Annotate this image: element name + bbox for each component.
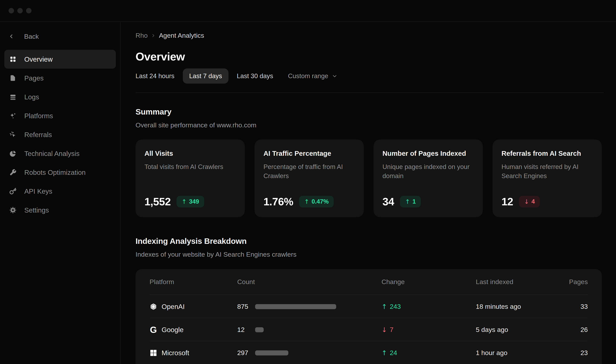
- custom-range-dropdown[interactable]: Custom range: [282, 68, 344, 84]
- column-header-count: Count: [237, 278, 382, 286]
- arrow-up-icon: ↑: [382, 349, 387, 357]
- section-divider: [136, 92, 604, 93]
- openai-logo-icon: [150, 303, 157, 311]
- summary-heading: Summary: [136, 107, 616, 117]
- table-row[interactable]: Microsoft 297 ↑ 24 1 hour ago 23: [136, 341, 602, 364]
- pie-chart-icon: [9, 150, 16, 157]
- tab-last-7-days[interactable]: Last 7 days: [183, 68, 229, 84]
- chevron-down-icon: [332, 73, 338, 79]
- column-header-pages: Pages: [561, 278, 588, 286]
- summary-subheading: Overall site performance of www.rho.com: [136, 121, 616, 129]
- count-bar: [255, 304, 336, 309]
- google-logo-icon: G: [150, 326, 157, 334]
- card-title: All Visits: [144, 150, 236, 157]
- card-title: Referrals from AI Search: [501, 150, 593, 157]
- breadcrumb-current[interactable]: Agent Analytics: [159, 32, 204, 39]
- change-value: ↓ 7: [382, 326, 476, 334]
- sidebar-item-label: Robots Optimization: [24, 169, 86, 176]
- last-indexed-value: 1 hour ago: [476, 349, 561, 357]
- count-value: 875: [237, 303, 255, 310]
- pages-value: 33: [561, 303, 588, 310]
- sidebar-item-pages[interactable]: Pages: [4, 69, 116, 88]
- table-header-row: Platform Count Change Last indexed Pages: [136, 269, 602, 295]
- sidebar-item-referrals[interactable]: Referrals: [4, 125, 116, 144]
- table-row[interactable]: G Google 12 ↓ 7 5 days ago 26: [136, 318, 602, 341]
- last-indexed-value: 18 minutes ago: [476, 303, 561, 310]
- arrow-up-icon: ↑: [382, 303, 387, 311]
- logs-icon: [9, 93, 16, 101]
- arrow-up-icon: ↑: [405, 198, 410, 205]
- chevron-left-icon: [8, 33, 14, 39]
- key-icon: [9, 188, 16, 195]
- delta-badge: ↑ 349: [177, 196, 204, 208]
- sidebar-item-label: API Keys: [24, 187, 52, 195]
- click-burst-icon: [9, 131, 16, 138]
- card-description: Unique pages indexed on your domain: [383, 162, 474, 181]
- indexing-table-panel: Platform Count Change Last indexed Pages: [136, 269, 602, 364]
- card-title: Number of Pages Indexed: [383, 150, 474, 157]
- back-label: Back: [24, 33, 39, 40]
- sidebar: Back Overview Pages Logs Platforms: [0, 22, 121, 364]
- sidebar-item-api-keys[interactable]: API Keys: [4, 182, 116, 201]
- summary-cards: All Visits Total visits from AI Crawlers…: [136, 139, 616, 217]
- breadcrumb: Rho Agent Analytics: [136, 32, 616, 39]
- arrow-down-icon: ↓: [382, 326, 387, 334]
- document-icon: [9, 75, 16, 82]
- pages-value: 23: [561, 349, 588, 357]
- delta-badge: ↓ 4: [519, 196, 540, 208]
- card-value: 12: [501, 195, 513, 208]
- change-value: ↑ 24: [382, 349, 476, 357]
- microsoft-logo-icon: [150, 349, 157, 357]
- sidebar-item-label: Overview: [24, 55, 53, 63]
- window-control-dot[interactable]: [9, 8, 14, 13]
- column-header-platform: Platform: [150, 278, 237, 286]
- tab-last-24-hours[interactable]: Last 24 hours: [136, 68, 181, 84]
- delta-badge: ↑ 0.47%: [299, 196, 334, 208]
- arrow-down-icon: ↓: [524, 198, 529, 205]
- table-row[interactable]: OpenAI 875 ↑ 243 18 minutes ago 33: [136, 295, 602, 318]
- stat-card-ai-traffic-percentage: AI Traffic Percentage Percentage of traf…: [255, 139, 364, 217]
- indexing-subheading: Indexes of your website by AI Search Eng…: [136, 250, 616, 258]
- count-bar: [255, 327, 264, 332]
- card-value: 1,552: [144, 195, 171, 208]
- stat-card-referrals-ai-search: Referrals from AI Search Human visits re…: [492, 139, 602, 217]
- column-header-last-indexed: Last indexed: [476, 278, 561, 286]
- platform-name: Google: [162, 326, 184, 334]
- delta-badge: ↑ 1: [400, 196, 421, 208]
- breadcrumb-root[interactable]: Rho: [136, 32, 148, 39]
- sparkles-icon: [9, 112, 16, 119]
- back-button[interactable]: Back: [0, 29, 120, 43]
- sidebar-item-settings[interactable]: Settings: [4, 201, 116, 220]
- sidebar-item-label: Logs: [24, 93, 39, 101]
- sidebar-item-technical-analysis[interactable]: Technical Analysis: [4, 144, 116, 163]
- delta-value: 1: [412, 198, 416, 205]
- sidebar-item-label: Pages: [24, 74, 44, 82]
- window-titlebar: [0, 0, 616, 22]
- count-value: 297: [237, 349, 255, 357]
- window-control-dot[interactable]: [26, 8, 31, 13]
- card-value: 34: [383, 195, 394, 208]
- wrench-icon: [9, 169, 16, 176]
- change-value: ↑ 243: [382, 303, 476, 311]
- column-header-change: Change: [382, 278, 476, 286]
- stat-card-all-visits: All Visits Total visits from AI Crawlers…: [136, 139, 245, 217]
- indexing-heading: Indexing Analysis Breakdown: [136, 237, 616, 246]
- sidebar-item-platforms[interactable]: Platforms: [4, 106, 116, 125]
- time-range-tabs: Last 24 hours Last 7 days Last 30 days C…: [136, 68, 616, 84]
- custom-range-label: Custom range: [288, 72, 328, 80]
- stat-card-pages-indexed: Number of Pages Indexed Unique pages ind…: [373, 139, 483, 217]
- gear-icon: [9, 207, 16, 214]
- count-value: 12: [237, 326, 255, 334]
- arrow-up-icon: ↑: [182, 198, 187, 205]
- delta-value: 4: [531, 198, 535, 205]
- sidebar-item-label: Platforms: [24, 112, 53, 120]
- window-control-dot[interactable]: [17, 8, 23, 13]
- tab-last-30-days[interactable]: Last 30 days: [231, 68, 280, 84]
- sidebar-item-logs[interactable]: Logs: [4, 88, 116, 106]
- grid-icon: [9, 56, 16, 63]
- pages-value: 26: [561, 326, 588, 334]
- sidebar-item-overview[interactable]: Overview: [4, 50, 116, 69]
- chevron-right-icon: [151, 33, 156, 38]
- page-title: Overview: [136, 50, 616, 63]
- sidebar-item-robots-optimization[interactable]: Robots Optimization: [4, 163, 116, 182]
